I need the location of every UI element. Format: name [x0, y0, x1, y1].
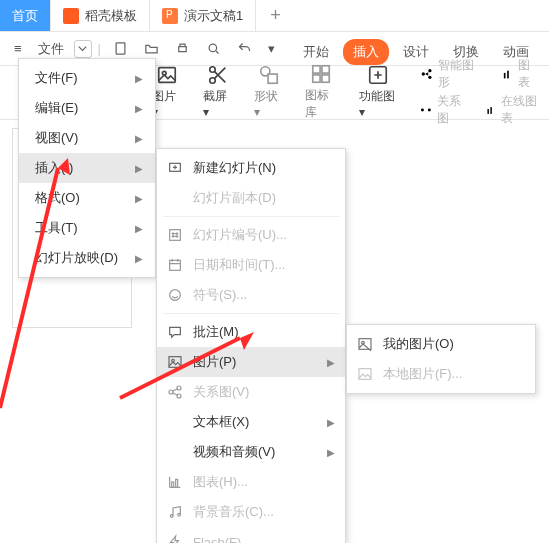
scissors-icon [207, 64, 229, 86]
svg-rect-25 [170, 260, 181, 270]
chevron-right-icon: ▶ [135, 133, 143, 144]
mi-chart[interactable]: 图表(H)... [157, 467, 345, 497]
number-icon [167, 227, 183, 243]
mi-my-pictures[interactable]: 我的图片(O) [347, 329, 535, 359]
ribbon-btn-picture[interactable]: 图片 ▾ [152, 64, 181, 119]
chevron-right-icon: ▶ [135, 193, 143, 204]
ribbon-btn-screenshot[interactable]: 截屏 ▾ [203, 64, 232, 119]
svg-rect-32 [172, 482, 174, 487]
ribbon-btn-iconlib[interactable]: 图标库 [305, 63, 336, 121]
flash-icon [167, 534, 183, 543]
mi-date-time[interactable]: 日期和时间(T)... [157, 250, 345, 280]
tab-add[interactable]: + [256, 0, 295, 31]
annotation-arrow-2 [120, 280, 280, 403]
svg-rect-40 [359, 369, 371, 380]
calendar-icon [167, 257, 183, 273]
svg-rect-17 [504, 72, 506, 77]
svg-point-2 [209, 44, 217, 52]
funcchart-icon [367, 64, 389, 86]
menu-edit[interactable]: 编辑(E)▶ [19, 93, 155, 123]
chevron-right-icon: ▶ [135, 163, 143, 174]
chevron-right-icon: ▶ [327, 357, 335, 368]
menu-view[interactable]: 视图(V)▶ [19, 123, 155, 153]
music-icon [167, 504, 183, 520]
mi-slide-number[interactable]: 幻灯片编号(U)... [157, 220, 345, 250]
tab-presentation1[interactable]: 演示文稿1 [150, 0, 256, 31]
open-icon[interactable] [138, 37, 165, 60]
ribbon-btn-shapes[interactable]: 形状 ▾ [254, 64, 283, 119]
local-picture-icon [357, 366, 373, 382]
tab-docker[interactable]: 稻壳模板 [51, 0, 150, 31]
ppt-icon [162, 8, 178, 24]
ribbon-btn-funcchart[interactable]: 功能图 ▾ [359, 64, 399, 119]
ribbon-right-group: 智能图形 图表 关系图 在线图表 [420, 57, 541, 127]
svg-rect-10 [322, 65, 329, 72]
svg-rect-12 [322, 74, 329, 81]
tab-label: 稻壳模板 [85, 7, 137, 25]
chevron-right-icon: ▶ [135, 103, 143, 114]
svg-rect-33 [176, 479, 178, 487]
tab-home[interactable]: 首页 [0, 0, 51, 31]
ribbon-smartart[interactable]: 智能图形 图表 [420, 57, 541, 91]
svg-rect-11 [313, 74, 320, 81]
hamburger-icon[interactable]: ≡ [8, 37, 28, 60]
file-menu-dropdown[interactable] [74, 40, 92, 58]
new-icon[interactable] [107, 37, 134, 60]
picture-icon [156, 64, 178, 86]
ribbon-tab-home[interactable]: 开始 [293, 39, 339, 65]
svg-rect-8 [268, 74, 277, 83]
svg-rect-22 [490, 107, 491, 114]
tab-label: 首页 [12, 7, 38, 25]
print-icon[interactable] [169, 37, 196, 60]
svg-rect-9 [313, 65, 320, 72]
chevron-right-icon: ▶ [135, 73, 143, 84]
ribbon-tab-insert[interactable]: 插入 [343, 39, 389, 65]
tab-label: 演示文稿1 [184, 7, 243, 25]
smartart-icon [420, 67, 433, 81]
ribbon-relation[interactable]: 关系图 在线图表 [420, 93, 541, 127]
docker-icon [63, 8, 79, 24]
svg-marker-42 [58, 158, 70, 175]
svg-point-15 [428, 69, 431, 72]
picture-submenu: 我的图片(O) 本地图片(F)... [346, 324, 536, 394]
svg-line-43 [120, 338, 240, 398]
svg-rect-38 [359, 339, 371, 350]
svg-point-19 [421, 108, 424, 111]
mi-local-pictures[interactable]: 本地图片(F)... [347, 359, 535, 389]
mi-flash[interactable]: Flash(F)... [157, 527, 345, 543]
redo-icon[interactable]: ▾ [262, 37, 281, 60]
shapes-icon [258, 64, 280, 86]
svg-rect-21 [487, 109, 488, 114]
iconlib-icon [310, 63, 332, 85]
mi-video-audio[interactable]: 视频和音频(V)▶ [157, 437, 345, 467]
svg-point-16 [428, 75, 431, 78]
svg-point-20 [428, 108, 431, 111]
svg-rect-3 [158, 68, 175, 83]
svg-rect-1 [179, 47, 187, 52]
mi-bgmusic[interactable]: 背景音乐(C)... [157, 497, 345, 527]
mi-duplicate-slide[interactable]: 幻灯片副本(D) [157, 183, 345, 213]
mi-textbox[interactable]: 文本框(X)▶ [157, 407, 345, 437]
chart-icon [167, 474, 183, 490]
onlinechart-icon [484, 103, 496, 117]
undo-icon[interactable] [231, 37, 258, 60]
separator [163, 216, 339, 217]
svg-point-34 [170, 515, 173, 518]
annotation-arrow-1 [0, 150, 90, 413]
relation-icon [420, 103, 432, 117]
svg-point-14 [422, 72, 425, 75]
svg-rect-0 [116, 43, 125, 54]
svg-line-41 [0, 168, 58, 408]
chevron-right-icon: ▶ [135, 253, 143, 264]
menu-file[interactable]: 文件(F)▶ [19, 63, 155, 93]
preview-icon[interactable] [200, 37, 227, 60]
slide-icon [167, 160, 183, 176]
chevron-right-icon: ▶ [135, 223, 143, 234]
chart-icon [500, 67, 513, 81]
svg-marker-44 [240, 332, 254, 350]
chevron-right-icon: ▶ [327, 447, 335, 458]
my-picture-icon [357, 336, 373, 352]
mi-new-slide[interactable]: 新建幻灯片(N) [157, 153, 345, 183]
svg-point-35 [178, 513, 181, 516]
svg-rect-24 [170, 230, 181, 241]
